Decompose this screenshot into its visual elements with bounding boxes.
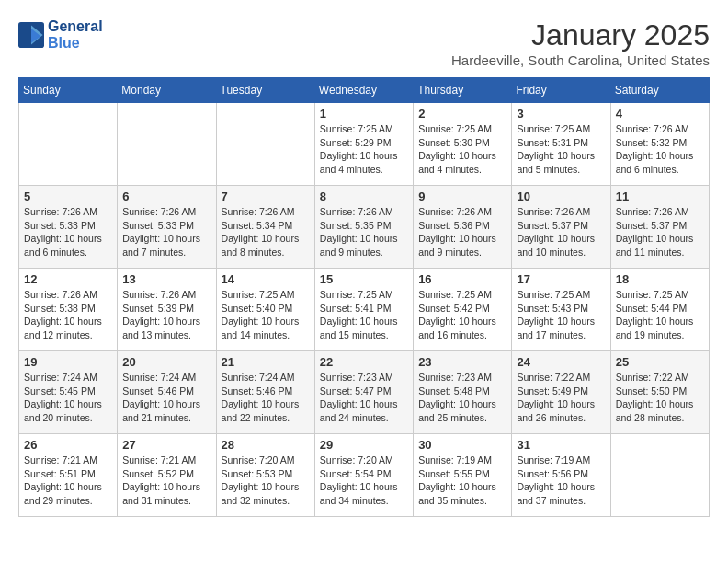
day-cell: 25Sunrise: 7:22 AMSunset: 5:50 PMDayligh… xyxy=(610,351,709,434)
day-cell: 1Sunrise: 7:25 AMSunset: 5:29 PMDaylight… xyxy=(314,103,413,186)
day-cell xyxy=(19,103,118,186)
day-cell: 17Sunrise: 7:25 AMSunset: 5:43 PMDayligh… xyxy=(512,269,610,351)
day-info: Sunrise: 7:20 AMSunset: 5:54 PMDaylight:… xyxy=(320,454,408,508)
day-number: 29 xyxy=(320,438,408,452)
logo: General Blue xyxy=(18,18,103,52)
day-info: Sunrise: 7:24 AMSunset: 5:46 PMDaylight:… xyxy=(222,371,310,425)
day-cell: 12Sunrise: 7:26 AMSunset: 5:38 PMDayligh… xyxy=(19,269,118,351)
page-header: General Blue January 2025 Hardeeville, S… xyxy=(18,18,710,68)
day-cell: 4Sunrise: 7:26 AMSunset: 5:32 PMDaylight… xyxy=(610,103,709,186)
day-number: 16 xyxy=(418,272,506,286)
day-info: Sunrise: 7:25 AMSunset: 5:43 PMDaylight:… xyxy=(517,288,605,342)
header-monday: Monday xyxy=(118,78,216,103)
day-info: Sunrise: 7:26 AMSunset: 5:32 PMDaylight:… xyxy=(616,122,704,177)
day-number: 12 xyxy=(24,272,112,286)
day-number: 3 xyxy=(517,107,605,121)
header-sunday: Sunday xyxy=(19,78,118,103)
day-info: Sunrise: 7:23 AMSunset: 5:48 PMDaylight:… xyxy=(418,371,506,425)
day-info: Sunrise: 7:25 AMSunset: 5:31 PMDaylight:… xyxy=(517,122,605,177)
day-number: 23 xyxy=(418,355,506,369)
day-cell: 22Sunrise: 7:23 AMSunset: 5:47 PMDayligh… xyxy=(314,351,413,434)
day-number: 21 xyxy=(222,355,310,369)
day-number: 18 xyxy=(616,272,704,286)
day-number: 27 xyxy=(122,438,210,452)
week-row-1: 1Sunrise: 7:25 AMSunset: 5:29 PMDaylight… xyxy=(19,103,710,186)
day-info: Sunrise: 7:26 AMSunset: 5:34 PMDaylight:… xyxy=(222,205,310,259)
week-row-5: 26Sunrise: 7:21 AMSunset: 5:51 PMDayligh… xyxy=(19,434,710,517)
header-wednesday: Wednesday xyxy=(314,78,413,103)
day-info: Sunrise: 7:26 AMSunset: 5:39 PMDaylight:… xyxy=(122,288,210,342)
day-cell: 21Sunrise: 7:24 AMSunset: 5:46 PMDayligh… xyxy=(216,351,314,434)
logo-line2: Blue xyxy=(48,35,103,52)
day-info: Sunrise: 7:22 AMSunset: 5:50 PMDaylight:… xyxy=(616,371,704,425)
day-info: Sunrise: 7:26 AMSunset: 5:35 PMDaylight:… xyxy=(320,205,408,259)
title-block: January 2025 Hardeeville, South Carolina… xyxy=(451,18,710,68)
day-cell: 31Sunrise: 7:19 AMSunset: 5:56 PMDayligh… xyxy=(512,434,610,517)
day-info: Sunrise: 7:25 AMSunset: 5:44 PMDaylight:… xyxy=(616,288,704,342)
day-cell: 13Sunrise: 7:26 AMSunset: 5:39 PMDayligh… xyxy=(118,269,216,351)
day-info: Sunrise: 7:26 AMSunset: 5:38 PMDaylight:… xyxy=(24,288,112,342)
day-number: 22 xyxy=(320,355,408,369)
day-cell: 26Sunrise: 7:21 AMSunset: 5:51 PMDayligh… xyxy=(19,434,118,517)
day-cell: 6Sunrise: 7:26 AMSunset: 5:33 PMDaylight… xyxy=(118,186,216,269)
day-info: Sunrise: 7:24 AMSunset: 5:45 PMDaylight:… xyxy=(24,371,112,425)
day-info: Sunrise: 7:21 AMSunset: 5:51 PMDaylight:… xyxy=(24,454,112,508)
day-number: 19 xyxy=(24,355,112,369)
day-info: Sunrise: 7:23 AMSunset: 5:47 PMDaylight:… xyxy=(320,371,408,425)
day-info: Sunrise: 7:26 AMSunset: 5:36 PMDaylight:… xyxy=(418,205,506,259)
day-cell: 16Sunrise: 7:25 AMSunset: 5:42 PMDayligh… xyxy=(414,269,512,351)
day-cell: 19Sunrise: 7:24 AMSunset: 5:45 PMDayligh… xyxy=(19,351,118,434)
week-row-2: 5Sunrise: 7:26 AMSunset: 5:33 PMDaylight… xyxy=(19,186,710,269)
day-cell: 9Sunrise: 7:26 AMSunset: 5:36 PMDaylight… xyxy=(414,186,512,269)
day-number: 14 xyxy=(222,272,310,286)
day-cell: 10Sunrise: 7:26 AMSunset: 5:37 PMDayligh… xyxy=(512,186,610,269)
day-cell: 11Sunrise: 7:26 AMSunset: 5:37 PMDayligh… xyxy=(610,186,709,269)
day-info: Sunrise: 7:24 AMSunset: 5:46 PMDaylight:… xyxy=(122,371,210,425)
day-number: 8 xyxy=(320,190,408,203)
day-cell: 7Sunrise: 7:26 AMSunset: 5:34 PMDaylight… xyxy=(216,186,314,269)
day-number: 28 xyxy=(222,438,310,452)
logo-line1: General xyxy=(48,18,103,35)
day-cell: 14Sunrise: 7:25 AMSunset: 5:40 PMDayligh… xyxy=(216,269,314,351)
day-number: 6 xyxy=(122,190,210,203)
day-cell xyxy=(216,103,314,186)
day-info: Sunrise: 7:19 AMSunset: 5:55 PMDaylight:… xyxy=(418,454,506,508)
day-number: 5 xyxy=(24,190,112,203)
day-cell: 15Sunrise: 7:25 AMSunset: 5:41 PMDayligh… xyxy=(314,269,413,351)
day-info: Sunrise: 7:22 AMSunset: 5:49 PMDaylight:… xyxy=(517,371,605,425)
day-info: Sunrise: 7:20 AMSunset: 5:53 PMDaylight:… xyxy=(222,454,310,508)
day-cell: 20Sunrise: 7:24 AMSunset: 5:46 PMDayligh… xyxy=(118,351,216,434)
day-cell: 29Sunrise: 7:20 AMSunset: 5:54 PMDayligh… xyxy=(314,434,413,517)
day-cell: 5Sunrise: 7:26 AMSunset: 5:33 PMDaylight… xyxy=(19,186,118,269)
day-number: 10 xyxy=(517,190,605,203)
day-cell: 28Sunrise: 7:20 AMSunset: 5:53 PMDayligh… xyxy=(216,434,314,517)
day-number: 7 xyxy=(222,190,310,203)
day-cell: 23Sunrise: 7:23 AMSunset: 5:48 PMDayligh… xyxy=(414,351,512,434)
header-tuesday: Tuesday xyxy=(216,78,314,103)
day-number: 17 xyxy=(517,272,605,286)
day-number: 30 xyxy=(418,438,506,452)
day-number: 1 xyxy=(320,107,408,121)
day-cell: 24Sunrise: 7:22 AMSunset: 5:49 PMDayligh… xyxy=(512,351,610,434)
day-number: 4 xyxy=(616,107,704,121)
day-number: 25 xyxy=(616,355,704,369)
week-row-4: 19Sunrise: 7:24 AMSunset: 5:45 PMDayligh… xyxy=(19,351,710,434)
day-info: Sunrise: 7:25 AMSunset: 5:30 PMDaylight:… xyxy=(418,122,506,177)
day-info: Sunrise: 7:25 AMSunset: 5:29 PMDaylight:… xyxy=(320,122,408,177)
calendar-title: January 2025 xyxy=(451,18,710,52)
day-info: Sunrise: 7:25 AMSunset: 5:41 PMDaylight:… xyxy=(320,288,408,342)
logo-icon xyxy=(18,22,44,48)
calendar-header-row: SundayMondayTuesdayWednesdayThursdayFrid… xyxy=(19,78,710,103)
day-cell: 8Sunrise: 7:26 AMSunset: 5:35 PMDaylight… xyxy=(314,186,413,269)
day-number: 15 xyxy=(320,272,408,286)
day-number: 31 xyxy=(517,438,605,452)
header-thursday: Thursday xyxy=(414,78,512,103)
header-friday: Friday xyxy=(512,78,610,103)
day-cell: 27Sunrise: 7:21 AMSunset: 5:52 PMDayligh… xyxy=(118,434,216,517)
day-info: Sunrise: 7:26 AMSunset: 5:37 PMDaylight:… xyxy=(616,205,704,259)
calendar-table: SundayMondayTuesdayWednesdayThursdayFrid… xyxy=(18,77,710,517)
day-cell: 30Sunrise: 7:19 AMSunset: 5:55 PMDayligh… xyxy=(414,434,512,517)
day-info: Sunrise: 7:25 AMSunset: 5:40 PMDaylight:… xyxy=(222,288,310,342)
day-info: Sunrise: 7:21 AMSunset: 5:52 PMDaylight:… xyxy=(122,454,210,508)
day-cell xyxy=(610,434,709,517)
